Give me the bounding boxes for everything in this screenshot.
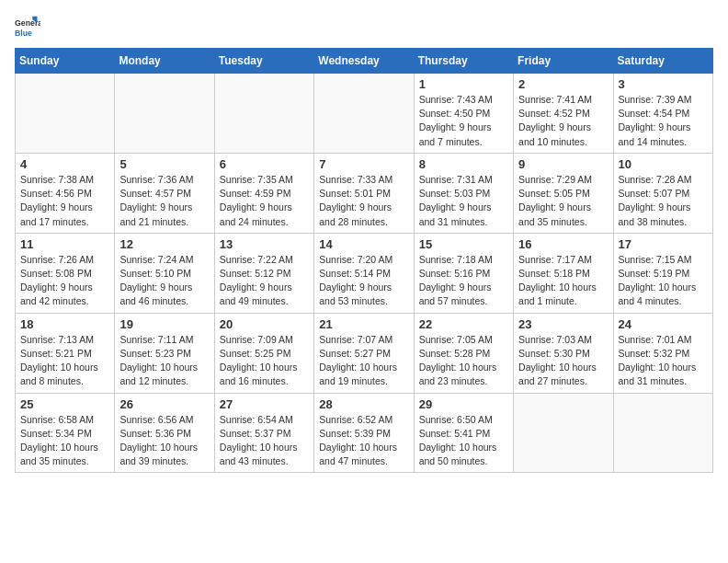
day-number: 25 xyxy=(20,397,109,411)
day-number: 13 xyxy=(220,237,309,251)
day-header-friday: Friday xyxy=(514,49,613,74)
logo-icon: GeneralBlue xyxy=(15,15,40,40)
calendar-cell: 5Sunrise: 7:36 AMSunset: 4:57 PMDaylight… xyxy=(115,153,214,233)
day-number: 1 xyxy=(419,77,508,91)
day-header-saturday: Saturday xyxy=(613,49,712,74)
calendar-cell xyxy=(314,74,414,154)
day-info: Sunrise: 7:36 AMSunset: 4:57 PMDaylight:… xyxy=(119,173,209,229)
calendar-cell: 14Sunrise: 7:20 AMSunset: 5:14 PMDayligh… xyxy=(314,233,414,313)
day-number: 14 xyxy=(319,237,408,251)
day-info: Sunrise: 7:38 AMSunset: 4:56 PMDaylight:… xyxy=(20,173,109,229)
day-number: 24 xyxy=(619,317,708,331)
day-number: 7 xyxy=(319,157,408,171)
day-number: 29 xyxy=(419,397,508,411)
day-header-sunday: Sunday xyxy=(16,49,115,74)
calendar-cell xyxy=(613,393,712,473)
calendar-header-row: SundayMondayTuesdayWednesdayThursdayFrid… xyxy=(16,49,713,74)
day-info: Sunrise: 7:11 AMSunset: 5:23 PMDaylight:… xyxy=(119,333,209,389)
calendar-week-row: 4Sunrise: 7:38 AMSunset: 4:56 PMDaylight… xyxy=(16,153,713,233)
calendar-cell: 4Sunrise: 7:38 AMSunset: 4:56 PMDaylight… xyxy=(16,153,115,233)
day-info: Sunrise: 7:39 AMSunset: 4:54 PMDaylight:… xyxy=(619,93,708,149)
calendar-cell: 25Sunrise: 6:58 AMSunset: 5:34 PMDayligh… xyxy=(16,393,115,473)
calendar-cell: 22Sunrise: 7:05 AMSunset: 5:28 PMDayligh… xyxy=(414,313,513,393)
calendar-week-row: 18Sunrise: 7:13 AMSunset: 5:21 PMDayligh… xyxy=(16,313,713,393)
day-number: 15 xyxy=(419,237,508,251)
day-info: Sunrise: 7:01 AMSunset: 5:32 PMDaylight:… xyxy=(619,333,708,389)
calendar-cell: 13Sunrise: 7:22 AMSunset: 5:12 PMDayligh… xyxy=(214,233,313,313)
calendar-cell: 24Sunrise: 7:01 AMSunset: 5:32 PMDayligh… xyxy=(613,313,712,393)
day-info: Sunrise: 7:20 AMSunset: 5:14 PMDaylight:… xyxy=(319,253,408,309)
calendar-cell: 3Sunrise: 7:39 AMSunset: 4:54 PMDaylight… xyxy=(613,74,712,154)
day-info: Sunrise: 7:15 AMSunset: 5:19 PMDaylight:… xyxy=(619,253,708,309)
day-info: Sunrise: 7:03 AMSunset: 5:30 PMDaylight:… xyxy=(518,333,608,389)
calendar-cell: 23Sunrise: 7:03 AMSunset: 5:30 PMDayligh… xyxy=(514,313,613,393)
calendar-cell: 10Sunrise: 7:28 AMSunset: 5:07 PMDayligh… xyxy=(613,153,712,233)
calendar-cell xyxy=(16,74,115,154)
day-header-thursday: Thursday xyxy=(414,49,513,74)
calendar-cell xyxy=(214,74,313,154)
calendar-cell: 11Sunrise: 7:26 AMSunset: 5:08 PMDayligh… xyxy=(16,233,115,313)
day-info: Sunrise: 7:28 AMSunset: 5:07 PMDaylight:… xyxy=(619,173,708,229)
day-info: Sunrise: 7:09 AMSunset: 5:25 PMDaylight:… xyxy=(220,333,309,389)
calendar-cell: 27Sunrise: 6:54 AMSunset: 5:37 PMDayligh… xyxy=(214,393,313,473)
logo: GeneralBlue xyxy=(15,15,40,40)
day-number: 12 xyxy=(119,237,209,251)
day-header-tuesday: Tuesday xyxy=(214,49,313,74)
calendar-week-row: 11Sunrise: 7:26 AMSunset: 5:08 PMDayligh… xyxy=(16,233,713,313)
day-info: Sunrise: 7:41 AMSunset: 4:52 PMDaylight:… xyxy=(518,93,608,149)
calendar-cell: 16Sunrise: 7:17 AMSunset: 5:18 PMDayligh… xyxy=(514,233,613,313)
page-header: GeneralBlue xyxy=(15,15,713,40)
day-number: 3 xyxy=(619,77,708,91)
day-number: 2 xyxy=(518,77,608,91)
calendar-table: SundayMondayTuesdayWednesdayThursdayFrid… xyxy=(15,48,713,473)
day-number: 8 xyxy=(419,157,508,171)
day-info: Sunrise: 7:31 AMSunset: 5:03 PMDaylight:… xyxy=(419,173,508,229)
calendar-week-row: 25Sunrise: 6:58 AMSunset: 5:34 PMDayligh… xyxy=(16,393,713,473)
calendar-cell: 2Sunrise: 7:41 AMSunset: 4:52 PMDaylight… xyxy=(514,74,613,154)
day-number: 26 xyxy=(119,397,209,411)
day-number: 10 xyxy=(619,157,708,171)
day-info: Sunrise: 7:35 AMSunset: 4:59 PMDaylight:… xyxy=(220,173,309,229)
calendar-cell: 9Sunrise: 7:29 AMSunset: 5:05 PMDaylight… xyxy=(514,153,613,233)
calendar-cell xyxy=(115,74,214,154)
calendar-cell: 8Sunrise: 7:31 AMSunset: 5:03 PMDaylight… xyxy=(414,153,513,233)
calendar-cell: 29Sunrise: 6:50 AMSunset: 5:41 PMDayligh… xyxy=(414,393,513,473)
day-info: Sunrise: 7:13 AMSunset: 5:21 PMDaylight:… xyxy=(20,333,109,389)
day-info: Sunrise: 7:17 AMSunset: 5:18 PMDaylight:… xyxy=(518,253,608,309)
day-info: Sunrise: 7:07 AMSunset: 5:27 PMDaylight:… xyxy=(319,333,408,389)
day-info: Sunrise: 6:52 AMSunset: 5:39 PMDaylight:… xyxy=(319,413,408,469)
calendar-cell: 17Sunrise: 7:15 AMSunset: 5:19 PMDayligh… xyxy=(613,233,712,313)
day-info: Sunrise: 6:54 AMSunset: 5:37 PMDaylight:… xyxy=(220,413,309,469)
day-number: 27 xyxy=(220,397,309,411)
calendar-cell: 28Sunrise: 6:52 AMSunset: 5:39 PMDayligh… xyxy=(314,393,414,473)
day-number: 28 xyxy=(319,397,408,411)
day-number: 21 xyxy=(319,317,408,331)
day-header-monday: Monday xyxy=(115,49,214,74)
day-info: Sunrise: 7:29 AMSunset: 5:05 PMDaylight:… xyxy=(518,173,608,229)
day-info: Sunrise: 7:26 AMSunset: 5:08 PMDaylight:… xyxy=(20,253,109,309)
calendar-cell: 1Sunrise: 7:43 AMSunset: 4:50 PMDaylight… xyxy=(414,74,513,154)
calendar-cell: 20Sunrise: 7:09 AMSunset: 5:25 PMDayligh… xyxy=(214,313,313,393)
day-number: 17 xyxy=(619,237,708,251)
day-header-wednesday: Wednesday xyxy=(314,49,414,74)
calendar-cell: 15Sunrise: 7:18 AMSunset: 5:16 PMDayligh… xyxy=(414,233,513,313)
svg-text:Blue: Blue xyxy=(15,29,32,38)
day-number: 22 xyxy=(419,317,508,331)
day-info: Sunrise: 7:22 AMSunset: 5:12 PMDaylight:… xyxy=(220,253,309,309)
day-info: Sunrise: 7:18 AMSunset: 5:16 PMDaylight:… xyxy=(419,253,508,309)
calendar-cell: 7Sunrise: 7:33 AMSunset: 5:01 PMDaylight… xyxy=(314,153,414,233)
day-info: Sunrise: 7:43 AMSunset: 4:50 PMDaylight:… xyxy=(419,93,508,149)
day-info: Sunrise: 6:50 AMSunset: 5:41 PMDaylight:… xyxy=(419,413,508,469)
calendar-cell: 12Sunrise: 7:24 AMSunset: 5:10 PMDayligh… xyxy=(115,233,214,313)
day-number: 23 xyxy=(518,317,608,331)
day-number: 5 xyxy=(119,157,209,171)
calendar-cell: 6Sunrise: 7:35 AMSunset: 4:59 PMDaylight… xyxy=(214,153,313,233)
day-number: 9 xyxy=(518,157,608,171)
calendar-week-row: 1Sunrise: 7:43 AMSunset: 4:50 PMDaylight… xyxy=(16,74,713,154)
day-number: 6 xyxy=(220,157,309,171)
calendar-cell: 19Sunrise: 7:11 AMSunset: 5:23 PMDayligh… xyxy=(115,313,214,393)
day-info: Sunrise: 7:05 AMSunset: 5:28 PMDaylight:… xyxy=(419,333,508,389)
calendar-cell xyxy=(514,393,613,473)
day-info: Sunrise: 6:56 AMSunset: 5:36 PMDaylight:… xyxy=(119,413,209,469)
day-number: 11 xyxy=(20,237,109,251)
